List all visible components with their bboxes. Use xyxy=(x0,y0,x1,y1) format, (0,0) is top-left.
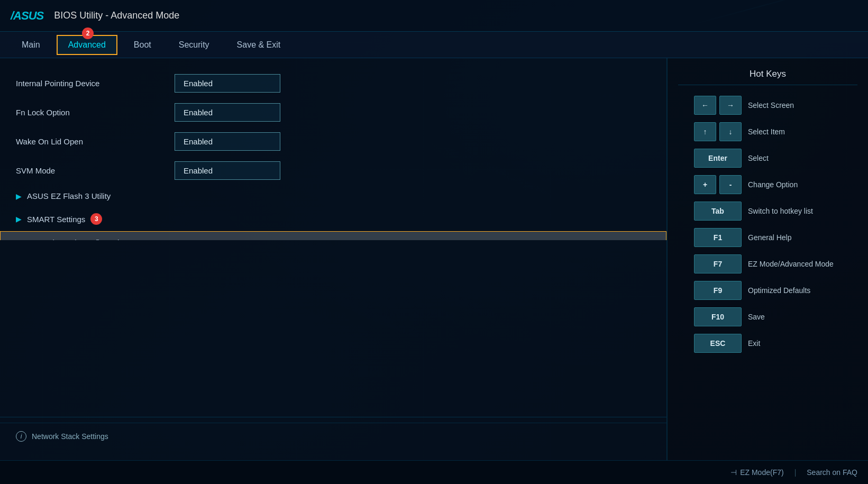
arrow-icon: ▶ xyxy=(16,192,22,200)
ez-mode-label: EZ Mode(F7) xyxy=(740,468,783,477)
hotkey-f10: F10 Save xyxy=(678,307,857,326)
hotkey-label-select-item: Select Item xyxy=(748,127,785,136)
hotkey-label-tab: Switch to hotkey list xyxy=(748,207,813,215)
submenu-smart-settings[interactable]: ▶ SMART Settings 3 xyxy=(0,207,666,231)
hotkey-keys-f10: F10 xyxy=(678,307,742,326)
key-minus[interactable]: - xyxy=(719,175,742,194)
hotkey-f7: F7 EZ Mode/Advanced Mode xyxy=(678,254,857,273)
ez-mode-arrow-icon: ⊣ xyxy=(730,468,737,477)
row-wake-lid: Wake On Lid Open Enabled xyxy=(0,127,666,156)
hotkey-select-item: ↑ ↓ Select Item xyxy=(678,122,857,141)
hotkey-label-f1: General Help xyxy=(748,233,792,242)
label-fn-lock: Fn Lock Option xyxy=(16,108,175,117)
spacer xyxy=(0,240,666,412)
value-fn-lock[interactable]: Enabled xyxy=(175,103,280,122)
hotkey-keys-tab: Tab xyxy=(678,202,742,221)
submenu-asus-ez-flash[interactable]: ▶ ASUS EZ Flash 3 Utility xyxy=(0,185,666,207)
hotkey-tab: Tab Switch to hotkey list xyxy=(678,202,857,221)
hotkey-select-screen: ← → Select Screen xyxy=(678,96,857,115)
left-panel: Internal Pointing Device Enabled Fn Lock… xyxy=(0,58,667,460)
badge-3: 3 xyxy=(90,213,102,225)
info-icon: i xyxy=(16,431,26,442)
hotkeys-title: Hot Keys xyxy=(678,69,857,85)
hotkey-label-select-screen: Select Screen xyxy=(748,101,794,109)
tab-boot[interactable]: Boot xyxy=(123,35,162,54)
label-internal-pointing: Internal Pointing Device xyxy=(16,79,175,88)
search-faq-label: Search on FAQ xyxy=(807,468,857,477)
key-down-arrow[interactable]: ↓ xyxy=(719,122,742,141)
tab-main[interactable]: Main xyxy=(11,35,51,54)
bios-utility-window: /ASUS BIOS Utility - Advanced Mode 2 Mai… xyxy=(0,0,868,484)
label-svm-mode: SVM Mode xyxy=(16,166,175,175)
hotkeys-panel: Hot Keys ← → Select Screen ↑ ↓ Select It… xyxy=(667,58,868,460)
key-f7[interactable]: F7 xyxy=(694,254,742,273)
hotkey-keys-change: + - xyxy=(678,175,742,194)
left-wrapper: Internal Pointing Device Enabled Fn Lock… xyxy=(0,69,666,450)
asus-logo: /ASUS xyxy=(11,9,43,23)
key-f10[interactable]: F10 xyxy=(694,307,742,326)
bottom-divider: | xyxy=(794,468,797,477)
label-wake-lid: Wake On Lid Open xyxy=(16,137,175,146)
submenu-label-asus-ez-flash: ASUS EZ Flash 3 Utility xyxy=(27,191,111,200)
badge-2: 2 xyxy=(82,28,94,39)
hotkey-label-change-option: Change Option xyxy=(748,180,798,189)
bottom-bar: ⊣ EZ Mode(F7) | Search on FAQ xyxy=(0,460,868,484)
divider xyxy=(0,417,666,417)
hotkey-label-select: Select xyxy=(748,154,769,162)
content-area: Internal Pointing Device Enabled Fn Lock… xyxy=(0,58,868,460)
row-fn-lock: Fn Lock Option Enabled xyxy=(0,98,666,127)
hotkey-label-f10: Save xyxy=(748,313,765,321)
row-internal-pointing: Internal Pointing Device Enabled xyxy=(0,69,666,98)
key-f9[interactable]: F9 xyxy=(694,281,742,300)
hotkey-change-option: + - Change Option xyxy=(678,175,857,194)
key-right-arrow[interactable]: → xyxy=(719,96,742,115)
ez-mode-button[interactable]: ⊣ EZ Mode(F7) xyxy=(730,468,783,477)
hotkey-keys-select-screen: ← → xyxy=(678,96,742,115)
tab-save-exit[interactable]: Save & Exit xyxy=(226,35,292,54)
key-enter[interactable]: Enter xyxy=(694,149,742,168)
submenu-network-stack[interactable]: ▶ Network Stack Configuration xyxy=(0,231,666,240)
key-esc[interactable]: ESC xyxy=(694,334,742,353)
hotkey-keys-select-item: ↑ ↓ xyxy=(678,122,742,141)
hotkey-keys-esc: ESC xyxy=(678,334,742,353)
tab-security[interactable]: Security xyxy=(168,35,221,54)
search-faq-button[interactable]: Search on FAQ xyxy=(807,468,857,477)
value-svm-mode[interactable]: Enabled xyxy=(175,161,280,180)
hotkey-esc: ESC Exit xyxy=(678,334,857,353)
key-left-arrow[interactable]: ← xyxy=(694,96,716,115)
header-title: BIOS Utility - Advanced Mode xyxy=(54,10,179,21)
arrow-icon-smart: ▶ xyxy=(16,215,22,223)
hotkey-keys-f9: F9 xyxy=(678,281,742,300)
info-text: Network Stack Settings xyxy=(32,432,108,441)
value-wake-lid[interactable]: Enabled xyxy=(175,132,280,151)
submenu-label-smart-settings: SMART Settings xyxy=(27,215,85,224)
key-up-arrow[interactable]: ↑ xyxy=(694,122,716,141)
hotkey-keys-f7: F7 xyxy=(678,254,742,273)
value-internal-pointing[interactable]: Enabled xyxy=(175,74,280,93)
row-svm-mode: SVM Mode Enabled xyxy=(0,156,666,185)
hotkey-keys-f1: F1 xyxy=(678,228,742,247)
key-plus[interactable]: + xyxy=(694,175,716,194)
hotkey-f9: F9 Optimized Defaults xyxy=(678,281,857,300)
hotkey-label-esc: Exit xyxy=(748,339,760,348)
key-tab[interactable]: Tab xyxy=(694,202,742,221)
hotkey-label-f7: EZ Mode/Advanced Mode xyxy=(748,260,834,268)
hotkey-f1: F1 General Help xyxy=(678,228,857,247)
header-bar: /ASUS BIOS Utility - Advanced Mode xyxy=(0,0,868,32)
key-f1[interactable]: F1 xyxy=(694,228,742,247)
hotkey-keys-enter: Enter xyxy=(678,149,742,168)
hotkey-label-f9: Optimized Defaults xyxy=(748,286,810,295)
settings-list: Internal Pointing Device Enabled Fn Lock… xyxy=(0,69,666,240)
info-bar: i Network Stack Settings xyxy=(0,423,666,450)
nav-bar: 2 Main Advanced Boot Security Save & Exi… xyxy=(0,32,868,58)
hotkey-select: Enter Select xyxy=(678,149,857,168)
